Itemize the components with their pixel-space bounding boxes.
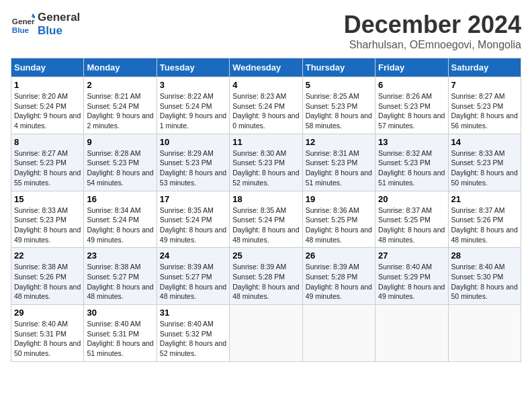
subtitle: Sharhulsan, OEmnoegovi, Mongolia xyxy=(344,39,521,51)
day-number: 18 xyxy=(232,194,299,204)
day-number: 17 xyxy=(160,194,226,204)
calendar-cell: 14Sunrise: 8:33 AMSunset: 5:23 PMDayligh… xyxy=(448,134,521,191)
day-number: 31 xyxy=(160,308,226,318)
calendar-cell: 12Sunrise: 8:31 AMSunset: 5:23 PMDayligh… xyxy=(302,134,375,191)
day-detail: Sunrise: 8:33 AMSunset: 5:23 PMDaylight:… xyxy=(451,148,518,188)
day-detail: Sunrise: 8:39 AMSunset: 5:27 PMDaylight:… xyxy=(160,262,226,302)
calendar-cell: 25Sunrise: 8:39 AMSunset: 5:28 PMDayligh… xyxy=(230,248,302,305)
title-section: December 2024 Sharhulsan, OEmnoegovi, Mo… xyxy=(344,11,521,51)
calendar-table: SundayMondayTuesdayWednesdayThursdayFrid… xyxy=(11,58,521,362)
logo-line2: Blue xyxy=(38,24,80,38)
calendar-cell: 16Sunrise: 8:34 AMSunset: 5:24 PMDayligh… xyxy=(84,191,157,248)
week-row-5: 29Sunrise: 8:40 AMSunset: 5:31 PMDayligh… xyxy=(11,305,521,362)
day-detail: Sunrise: 8:20 AMSunset: 5:24 PMDaylight:… xyxy=(14,91,81,131)
day-detail: Sunrise: 8:40 AMSunset: 5:32 PMDaylight:… xyxy=(160,319,226,359)
day-number: 11 xyxy=(232,137,299,147)
main-title: December 2024 xyxy=(344,11,521,39)
day-number: 2 xyxy=(87,80,153,90)
day-number: 8 xyxy=(14,137,81,147)
calendar-cell: 23Sunrise: 8:38 AMSunset: 5:27 PMDayligh… xyxy=(84,248,157,305)
day-header-tuesday: Tuesday xyxy=(157,58,229,77)
calendar-cell: 31Sunrise: 8:40 AMSunset: 5:32 PMDayligh… xyxy=(157,305,229,362)
logo-icon: General Blue xyxy=(11,12,35,36)
day-detail: Sunrise: 8:38 AMSunset: 5:26 PMDaylight:… xyxy=(14,262,81,302)
day-header-friday: Friday xyxy=(375,58,448,77)
day-number: 6 xyxy=(378,80,445,90)
week-row-3: 15Sunrise: 8:33 AMSunset: 5:23 PMDayligh… xyxy=(11,191,521,248)
calendar-cell: 2Sunrise: 8:21 AMSunset: 5:24 PMDaylight… xyxy=(84,77,157,134)
day-header-saturday: Saturday xyxy=(448,58,521,77)
day-header-thursday: Thursday xyxy=(302,58,375,77)
calendar-cell: 1Sunrise: 8:20 AMSunset: 5:24 PMDaylight… xyxy=(11,77,84,134)
day-detail: Sunrise: 8:21 AMSunset: 5:24 PMDaylight:… xyxy=(87,91,153,131)
calendar-cell: 27Sunrise: 8:40 AMSunset: 5:29 PMDayligh… xyxy=(375,248,448,305)
day-number: 3 xyxy=(160,80,226,90)
day-detail: Sunrise: 8:23 AMSunset: 5:24 PMDaylight:… xyxy=(232,91,299,131)
calendar-cell xyxy=(302,305,375,362)
calendar-cell: 3Sunrise: 8:22 AMSunset: 5:24 PMDaylight… xyxy=(157,77,229,134)
logo: General Blue General Blue xyxy=(11,11,80,38)
logo-line1: General xyxy=(38,11,80,24)
calendar-cell: 18Sunrise: 8:35 AMSunset: 5:24 PMDayligh… xyxy=(230,191,302,248)
day-header-sunday: Sunday xyxy=(11,58,84,77)
day-detail: Sunrise: 8:31 AMSunset: 5:23 PMDaylight:… xyxy=(306,148,372,188)
calendar-cell: 21Sunrise: 8:37 AMSunset: 5:26 PMDayligh… xyxy=(448,191,521,248)
calendar-cell: 24Sunrise: 8:39 AMSunset: 5:27 PMDayligh… xyxy=(157,248,229,305)
day-detail: Sunrise: 8:27 AMSunset: 5:23 PMDaylight:… xyxy=(14,148,81,188)
day-number: 30 xyxy=(87,308,153,318)
day-detail: Sunrise: 8:38 AMSunset: 5:27 PMDaylight:… xyxy=(87,262,153,302)
calendar-cell: 19Sunrise: 8:36 AMSunset: 5:25 PMDayligh… xyxy=(302,191,375,248)
day-detail: Sunrise: 8:39 AMSunset: 5:28 PMDaylight:… xyxy=(306,262,372,302)
day-detail: Sunrise: 8:40 AMSunset: 5:29 PMDaylight:… xyxy=(378,262,445,302)
day-detail: Sunrise: 8:40 AMSunset: 5:30 PMDaylight:… xyxy=(451,262,518,302)
calendar-header-row: SundayMondayTuesdayWednesdayThursdayFrid… xyxy=(11,58,521,77)
calendar-cell: 17Sunrise: 8:35 AMSunset: 5:24 PMDayligh… xyxy=(157,191,229,248)
day-number: 27 xyxy=(378,250,445,261)
day-detail: Sunrise: 8:34 AMSunset: 5:24 PMDaylight:… xyxy=(87,205,153,245)
week-row-2: 8Sunrise: 8:27 AMSunset: 5:23 PMDaylight… xyxy=(11,134,521,191)
day-number: 20 xyxy=(378,194,445,204)
day-number: 25 xyxy=(232,250,299,261)
calendar-cell: 20Sunrise: 8:37 AMSunset: 5:25 PMDayligh… xyxy=(375,191,448,248)
day-number: 9 xyxy=(87,137,153,147)
day-detail: Sunrise: 8:36 AMSunset: 5:25 PMDaylight:… xyxy=(306,205,372,245)
calendar-cell: 6Sunrise: 8:26 AMSunset: 5:23 PMDaylight… xyxy=(375,77,448,134)
calendar-cell: 29Sunrise: 8:40 AMSunset: 5:31 PMDayligh… xyxy=(11,305,84,362)
day-number: 23 xyxy=(87,250,153,261)
calendar-cell: 11Sunrise: 8:30 AMSunset: 5:23 PMDayligh… xyxy=(230,134,302,191)
day-number: 4 xyxy=(232,80,299,90)
day-detail: Sunrise: 8:35 AMSunset: 5:24 PMDaylight:… xyxy=(232,205,299,245)
day-detail: Sunrise: 8:28 AMSunset: 5:23 PMDaylight:… xyxy=(87,148,153,188)
day-number: 1 xyxy=(14,80,81,90)
day-detail: Sunrise: 8:27 AMSunset: 5:23 PMDaylight:… xyxy=(451,91,518,131)
calendar-cell: 30Sunrise: 8:40 AMSunset: 5:31 PMDayligh… xyxy=(84,305,157,362)
calendar-cell: 4Sunrise: 8:23 AMSunset: 5:24 PMDaylight… xyxy=(230,77,302,134)
day-number: 12 xyxy=(306,137,372,147)
day-detail: Sunrise: 8:32 AMSunset: 5:23 PMDaylight:… xyxy=(378,148,445,188)
day-detail: Sunrise: 8:29 AMSunset: 5:23 PMDaylight:… xyxy=(160,148,226,188)
calendar-cell xyxy=(375,305,448,362)
day-detail: Sunrise: 8:37 AMSunset: 5:26 PMDaylight:… xyxy=(451,205,518,245)
calendar-cell: 28Sunrise: 8:40 AMSunset: 5:30 PMDayligh… xyxy=(448,248,521,305)
calendar-cell: 7Sunrise: 8:27 AMSunset: 5:23 PMDaylight… xyxy=(448,77,521,134)
calendar-cell xyxy=(230,305,302,362)
week-row-1: 1Sunrise: 8:20 AMSunset: 5:24 PMDaylight… xyxy=(11,77,521,134)
day-detail: Sunrise: 8:39 AMSunset: 5:28 PMDaylight:… xyxy=(232,262,299,302)
calendar-cell: 13Sunrise: 8:32 AMSunset: 5:23 PMDayligh… xyxy=(375,134,448,191)
day-number: 29 xyxy=(14,308,81,318)
day-number: 15 xyxy=(14,194,81,204)
calendar-cell: 15Sunrise: 8:33 AMSunset: 5:23 PMDayligh… xyxy=(11,191,84,248)
day-number: 5 xyxy=(306,80,372,90)
calendar-cell: 10Sunrise: 8:29 AMSunset: 5:23 PMDayligh… xyxy=(157,134,229,191)
day-detail: Sunrise: 8:26 AMSunset: 5:23 PMDaylight:… xyxy=(378,91,445,131)
calendar-cell: 26Sunrise: 8:39 AMSunset: 5:28 PMDayligh… xyxy=(302,248,375,305)
calendar-cell: 5Sunrise: 8:25 AMSunset: 5:23 PMDaylight… xyxy=(302,77,375,134)
day-number: 19 xyxy=(306,194,372,204)
calendar-cell: 8Sunrise: 8:27 AMSunset: 5:23 PMDaylight… xyxy=(11,134,84,191)
day-detail: Sunrise: 8:25 AMSunset: 5:23 PMDaylight:… xyxy=(306,91,372,131)
day-detail: Sunrise: 8:30 AMSunset: 5:23 PMDaylight:… xyxy=(232,148,299,188)
day-detail: Sunrise: 8:40 AMSunset: 5:31 PMDaylight:… xyxy=(14,319,81,359)
day-number: 24 xyxy=(160,250,226,261)
day-number: 22 xyxy=(14,250,81,261)
svg-text:Blue: Blue xyxy=(12,26,30,34)
